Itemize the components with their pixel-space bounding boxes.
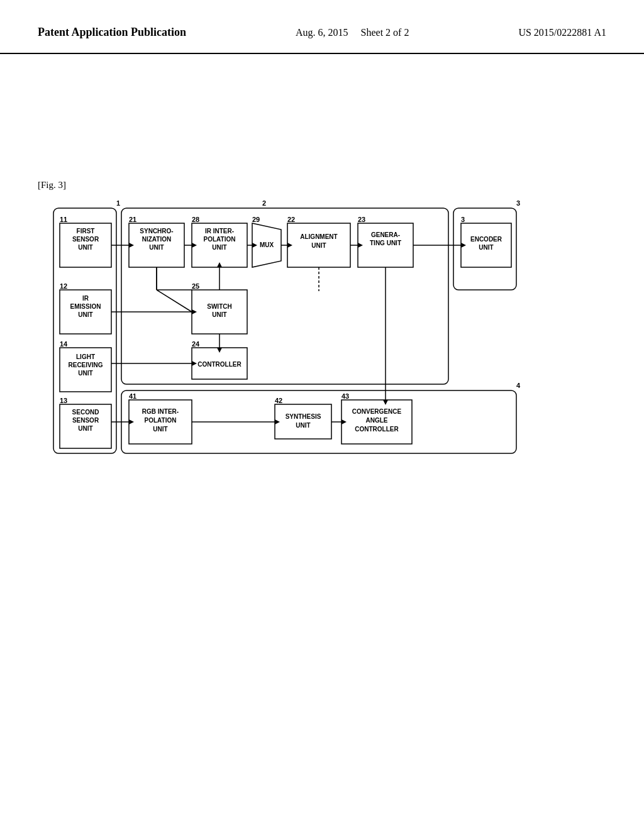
figure-label: [Fig. 3] (38, 180, 606, 191)
svg-text:29: 29 (252, 216, 260, 223)
svg-text:EMISSION: EMISSION (70, 303, 101, 310)
svg-text:SYNTHESIS: SYNTHESIS (286, 413, 321, 420)
svg-text:UNIT: UNIT (212, 311, 226, 318)
block-diagram: 1 2 3 4 FIRST SENSOR UNIT 11 IR EMISSION… (48, 197, 596, 467)
publication-title: Patent Application Publication (38, 25, 186, 40)
svg-text:13: 13 (60, 397, 67, 404)
svg-text:UNIT: UNIT (153, 426, 167, 433)
svg-text:LIGHT: LIGHT (76, 353, 95, 360)
svg-text:25: 25 (192, 282, 199, 290)
svg-text:SENSOR: SENSOR (72, 417, 99, 424)
main-content: [Fig. 3] 1 2 3 4 FIRST SENSOR UNIT 11 (0, 54, 644, 492)
svg-text:ALIGNMENT: ALIGNMENT (300, 233, 337, 240)
svg-text:ANGLE: ANGLE (366, 417, 388, 424)
svg-text:IR INTER-: IR INTER- (205, 228, 234, 235)
svg-text:2: 2 (262, 199, 266, 207)
svg-text:UNIT: UNIT (78, 425, 92, 432)
page-header: Patent Application Publication Aug. 6, 2… (0, 0, 644, 54)
svg-text:SYNCHRO-: SYNCHRO- (140, 228, 173, 235)
svg-text:UNIT: UNIT (296, 422, 310, 429)
svg-text:TING UNIT: TING UNIT (370, 240, 401, 246)
sheet-info: Sheet 2 of 2 (361, 27, 409, 38)
svg-text:SECOND: SECOND (72, 409, 99, 416)
svg-text:CONVERGENCE: CONVERGENCE (352, 408, 402, 415)
svg-text:4: 4 (516, 382, 521, 389)
svg-text:POLATION: POLATION (204, 236, 236, 243)
svg-text:21: 21 (129, 216, 136, 223)
header-center: Aug. 6, 2015 Sheet 2 of 2 (296, 25, 409, 40)
svg-text:23: 23 (358, 216, 365, 223)
svg-text:11: 11 (60, 216, 67, 223)
svg-text:UNIT: UNIT (78, 370, 92, 377)
svg-text:GENERA-: GENERA- (371, 231, 400, 238)
svg-text:3: 3 (461, 216, 465, 223)
svg-text:CONTROLLER: CONTROLLER (197, 361, 242, 368)
svg-text:UNIT: UNIT (78, 244, 92, 251)
svg-text:UNIT: UNIT (311, 242, 326, 249)
patent-number: US 2015/0222881 A1 (518, 25, 606, 40)
svg-text:41: 41 (129, 392, 136, 400)
svg-text:UNIT: UNIT (78, 311, 92, 318)
svg-text:43: 43 (341, 392, 349, 400)
diagram-container: 1 2 3 4 FIRST SENSOR UNIT 11 IR EMISSION… (48, 197, 596, 467)
svg-text:CONTROLLER: CONTROLLER (355, 426, 399, 433)
svg-text:3: 3 (516, 199, 520, 207)
svg-text:RGB INTER-: RGB INTER- (142, 408, 179, 415)
svg-text:UNIT: UNIT (149, 244, 164, 251)
svg-text:MUX: MUX (260, 241, 274, 248)
svg-text:1: 1 (116, 199, 120, 207)
svg-text:FIRST: FIRST (77, 228, 95, 235)
svg-text:IR: IR (82, 295, 89, 302)
svg-text:42: 42 (275, 397, 282, 404)
svg-text:14: 14 (60, 340, 68, 348)
svg-text:12: 12 (60, 282, 67, 290)
svg-text:UNIT: UNIT (212, 244, 226, 251)
svg-text:POLATION: POLATION (145, 417, 177, 424)
svg-text:RECEIVING: RECEIVING (68, 362, 103, 368)
svg-text:UNIT: UNIT (479, 244, 493, 251)
publication-date: Aug. 6, 2015 (296, 27, 348, 38)
svg-text:22: 22 (287, 216, 295, 223)
svg-text:SENSOR: SENSOR (72, 236, 99, 243)
svg-text:NIZATION: NIZATION (142, 236, 171, 243)
svg-text:28: 28 (192, 216, 199, 223)
svg-text:24: 24 (192, 340, 200, 348)
svg-text:SWITCH: SWITCH (207, 303, 231, 310)
svg-text:ENCODER: ENCODER (470, 236, 502, 243)
